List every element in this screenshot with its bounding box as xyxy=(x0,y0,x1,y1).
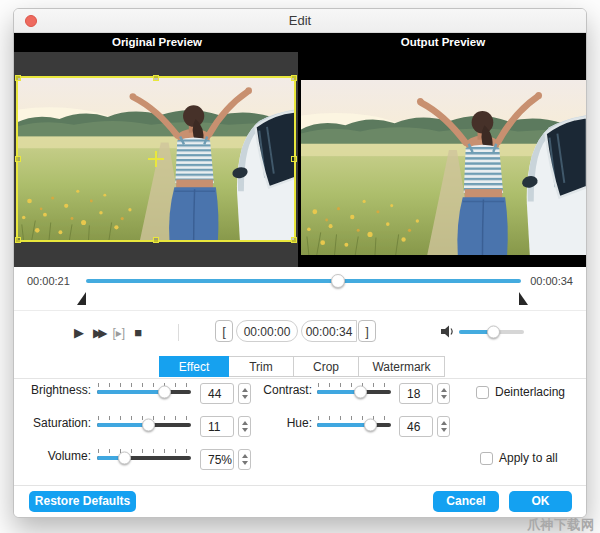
set-trim-end-button[interactable]: ] xyxy=(358,320,376,342)
deinterlacing-label: Deinterlacing xyxy=(495,385,565,399)
close-button[interactable] xyxy=(25,15,37,27)
controls-divider xyxy=(178,324,179,341)
original-preview-pane xyxy=(14,52,298,267)
volume-thumb[interactable] xyxy=(487,325,500,338)
crop-handle-bottom-left[interactable] xyxy=(15,237,21,243)
volume-effect-slider[interactable] xyxy=(97,449,191,463)
elapsed-time: 00:00:21 xyxy=(27,275,70,287)
contrast-slider[interactable] xyxy=(317,383,391,397)
apply-to-all-checkbox[interactable] xyxy=(480,452,493,465)
hue-value-field[interactable]: 46 xyxy=(399,416,433,437)
saturation-slider[interactable] xyxy=(97,416,191,430)
volume-label: Volume: xyxy=(14,449,91,463)
crop-selection-box[interactable] xyxy=(16,76,296,242)
brightness-thumb[interactable] xyxy=(158,386,171,399)
deinterlacing-checkbox[interactable] xyxy=(476,386,489,399)
restore-defaults-button[interactable]: Restore Defaults xyxy=(29,491,136,512)
original-video-frame xyxy=(16,76,296,242)
apply-to-all-label: Apply to all xyxy=(499,451,558,465)
brightness-label: Brightness: xyxy=(14,383,91,397)
preview-area xyxy=(14,52,586,267)
hue-thumb[interactable] xyxy=(364,419,377,432)
fast-forward-icon[interactable]: ▶▶ xyxy=(93,323,103,343)
brightness-slider[interactable] xyxy=(97,383,191,397)
output-video-image xyxy=(301,80,586,255)
site-watermark: 爪神下载网 xyxy=(527,516,595,533)
hue-stepper[interactable] xyxy=(437,416,450,437)
saturation-label: Saturation: xyxy=(14,416,91,430)
speaker-icon[interactable] xyxy=(441,325,455,338)
ok-button[interactable]: OK xyxy=(509,491,572,512)
trim-end-marker[interactable] xyxy=(519,292,528,305)
footer-bar: Restore Defaults Cancel OK xyxy=(14,485,586,517)
tabs-row: Effect Trim Crop Watermark xyxy=(14,355,586,379)
preview-header: Original Preview Output Preview xyxy=(14,33,586,52)
total-duration: 00:00:34 xyxy=(530,275,573,287)
crop-handle-bottom-middle[interactable] xyxy=(153,237,159,243)
transport-controls: ▶ ▶▶ [▸] ■ xyxy=(74,323,142,343)
seek-slider[interactable] xyxy=(86,279,521,283)
cancel-button[interactable]: Cancel xyxy=(433,491,499,512)
playback-controls-row: ▶ ▶▶ [▸] ■ [ 00:00:00 00:00:34 ] xyxy=(14,310,586,355)
timeline-row: 00:00:21 00:00:34 xyxy=(14,267,586,310)
hue-slider[interactable] xyxy=(317,416,391,430)
play-segment-icon[interactable]: [▸] xyxy=(112,323,125,343)
slider-ticks xyxy=(318,416,390,420)
saturation-thumb[interactable] xyxy=(142,419,155,432)
volume-value-field[interactable]: 75% xyxy=(200,449,234,470)
tab-effect[interactable]: Effect xyxy=(159,356,229,377)
tab-watermark[interactable]: Watermark xyxy=(359,356,445,377)
hue-label: Hue: xyxy=(232,416,312,430)
slider-ticks xyxy=(98,383,190,387)
tab-trim[interactable]: Trim xyxy=(229,356,294,377)
brightness-value-field[interactable]: 44 xyxy=(200,383,234,404)
play-icon[interactable]: ▶ xyxy=(74,323,84,343)
crop-handle-bottom-right[interactable] xyxy=(291,237,297,243)
seek-thumb[interactable] xyxy=(331,274,345,288)
output-preview-label: Output Preview xyxy=(300,33,586,52)
window-title: Edit xyxy=(14,9,586,32)
titlebar: Edit xyxy=(14,9,586,33)
trim-start-marker[interactable] xyxy=(77,292,86,305)
contrast-stepper[interactable] xyxy=(437,383,450,404)
saturation-value-field[interactable]: 11 xyxy=(200,416,234,437)
original-preview-label: Original Preview xyxy=(14,33,300,52)
contrast-label: Contrast: xyxy=(232,383,312,397)
volume-control xyxy=(441,325,524,338)
contrast-value-field[interactable]: 18 xyxy=(399,383,433,404)
crop-handle-middle-right[interactable] xyxy=(291,156,297,162)
output-preview-pane xyxy=(298,52,586,267)
crop-handle-top-right[interactable] xyxy=(291,75,297,81)
slider-ticks xyxy=(98,449,190,453)
trim-end-field[interactable]: 00:00:34 xyxy=(301,320,357,342)
deinterlacing-option: Deinterlacing xyxy=(476,385,565,399)
crop-center-crosshair[interactable] xyxy=(148,151,164,167)
tab-bar: Effect Trim Crop Watermark xyxy=(159,356,445,377)
crop-handle-middle-left[interactable] xyxy=(15,156,21,162)
crop-handle-top-left[interactable] xyxy=(15,75,21,81)
edit-dialog: Edit Original Preview Output Preview xyxy=(13,8,587,518)
apply-to-all-option: Apply to all xyxy=(480,451,558,465)
tab-crop[interactable]: Crop xyxy=(294,356,359,377)
stop-icon[interactable]: ■ xyxy=(134,323,142,343)
set-trim-start-button[interactable]: [ xyxy=(215,320,233,342)
crop-handle-top-middle[interactable] xyxy=(153,75,159,81)
volume-stepper[interactable] xyxy=(238,449,251,470)
output-video-frame xyxy=(301,80,586,255)
volume-slider[interactable] xyxy=(459,330,524,334)
volume-effect-thumb[interactable] xyxy=(118,452,131,465)
trim-start-field[interactable]: 00:00:00 xyxy=(236,320,298,342)
contrast-thumb[interactable] xyxy=(354,386,367,399)
effect-panel: Brightness: 44 Contrast: 18 Deinterlacin… xyxy=(14,379,586,489)
slider-ticks xyxy=(318,383,390,387)
desktop-background: Edit Original Preview Output Preview xyxy=(0,0,600,533)
